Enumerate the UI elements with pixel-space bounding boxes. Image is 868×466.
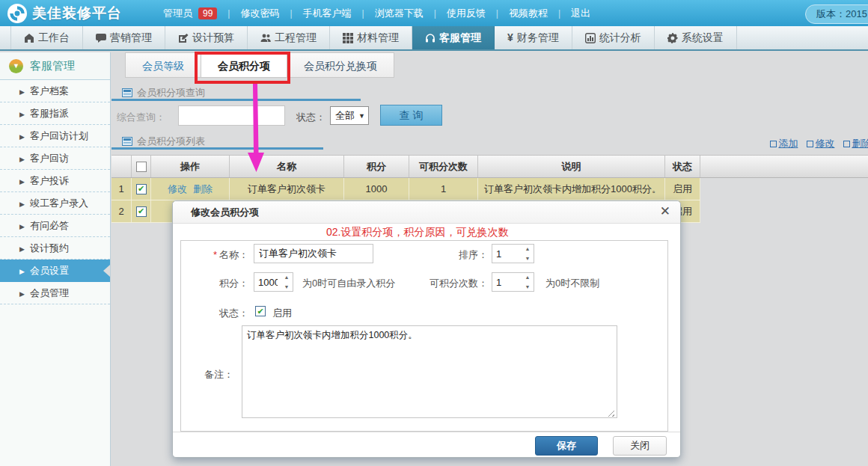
dialog-title: 修改会员积分项 <box>191 206 259 219</box>
chevron-down-circle-icon[interactable]: ▼ <box>9 59 23 73</box>
sidebar-item-completed-entry[interactable]: ▶竣工客户录入 <box>0 192 110 215</box>
dialog-footer: 保存 关闭 <box>173 432 680 457</box>
sidebar-item-service-assign[interactable]: ▶客服指派 <box>0 102 110 125</box>
arrow-up-icon[interactable]: ▲ <box>525 246 531 251</box>
logout-link[interactable]: 退出 <box>571 7 590 20</box>
close-button[interactable]: 关闭 <box>613 436 667 456</box>
tab-member-level[interactable]: 会员等级 <box>125 52 201 78</box>
cell-points: 1000 <box>344 178 409 200</box>
list-section-title: 会员积分项列表 <box>137 135 205 148</box>
annotation-step-note: 02.设置积分项，积分原因，可兑换次数 <box>326 226 508 239</box>
browser-download-link[interactable]: 浏览器下载 <box>375 7 424 20</box>
add-link[interactable]: 添加 <box>770 137 798 150</box>
nav-tab-statistics[interactable]: 统计分析 <box>572 26 655 49</box>
headset-icon <box>425 33 435 43</box>
sidebar: ▼ 客服管理 ▶客户档案 ▶客服指派 ▶客户回访计划 ▶客户回访 ▶客户投诉 ▶… <box>0 52 111 466</box>
delete-icon <box>843 141 850 147</box>
row-modify-link[interactable]: 修改 <box>168 183 187 196</box>
nav-tab-finance[interactable]: ¥ 财务管理 <box>495 26 572 49</box>
header-filler <box>700 156 868 177</box>
remark-textarea[interactable]: 订单客户初次领卡内增加积分1000积分。 <box>242 325 617 418</box>
table-row[interactable]: 1 ✔ 修改删除 订单客户初次领卡 1000 1 订单客户初次领卡内增加积分10… <box>111 178 700 200</box>
points-label: 积分： <box>181 277 248 290</box>
modify-icon <box>807 141 813 147</box>
version-badge: 版本：2015 <box>805 4 868 24</box>
sidebar-item-complaints[interactable]: ▶客户投诉 <box>0 170 110 192</box>
times-label: 可积分次数： <box>421 277 488 290</box>
status-select[interactable]: 全部 ▼ <box>330 106 369 125</box>
sort-field[interactable] <box>492 245 522 263</box>
stepper-arrows[interactable]: ▲▼ <box>522 245 533 263</box>
change-password-link[interactable]: 修改密码 <box>240 7 279 20</box>
arrow-down-icon[interactable]: ▼ <box>525 256 531 261</box>
arrow-down-icon[interactable]: ▼ <box>525 284 531 289</box>
enabled-checkbox-label: 启用 <box>272 307 292 320</box>
arrow-down-icon[interactable]: ▼ <box>284 284 290 289</box>
required-star: * <box>213 249 217 260</box>
yen-icon: ¥ <box>507 26 513 49</box>
mobile-client-link[interactable]: 手机客户端 <box>303 7 352 20</box>
sidebar-item-design-booking[interactable]: ▶设计预约 <box>0 237 110 260</box>
app-window: 美佳装修平台 管理员 99 | 修改密码 | 手机客户端 | 浏览器下载 | 使… <box>0 0 868 466</box>
gear-icon <box>667 33 678 43</box>
stepper-arrows[interactable]: ▲▼ <box>281 273 292 291</box>
feedback-link[interactable]: 使用反馈 <box>447 7 486 20</box>
status-field-label: 状态： <box>181 307 248 320</box>
save-button[interactable]: 保存 <box>535 436 598 456</box>
points-hint: 为0时可自由录入积分 <box>302 277 395 290</box>
delete-link[interactable]: 删除/ <box>843 137 868 150</box>
modify-link[interactable]: 修改 <box>807 137 834 150</box>
tab-points-exchange-item[interactable]: 会员积分兑换项 <box>287 52 394 78</box>
caret-right-icon: ▶ <box>19 268 25 275</box>
panel-icon <box>122 137 132 146</box>
sidebar-item-return-visit[interactable]: ▶客户回访 <box>0 147 110 170</box>
nav-tab-marketing[interactable]: 营销管理 <box>83 26 165 49</box>
arrow-up-icon[interactable]: ▲ <box>525 275 531 280</box>
close-icon[interactable]: ✕ <box>660 205 670 218</box>
nav-tab-design-budget[interactable]: 设计预算 <box>165 26 248 49</box>
sidebar-item-member-management[interactable]: ▶会员管理 <box>0 282 110 304</box>
times-field[interactable] <box>492 273 522 291</box>
app-logo: 美佳装修平台 <box>0 4 122 23</box>
sidebar-item-member-settings[interactable]: ▶会员设置 <box>0 260 110 282</box>
caret-right-icon: ▶ <box>19 290 25 298</box>
sidebar-item-customer-files[interactable]: ▶客户档案 <box>0 80 110 102</box>
nav-tab-workbench[interactable]: 工作台 <box>10 26 83 49</box>
notification-badge[interactable]: 99 <box>198 7 217 19</box>
admin-link[interactable]: 管理员 <box>163 7 192 20</box>
times-hint: 为0时不限制 <box>545 277 599 290</box>
col-points: 积分 <box>344 156 409 177</box>
sidebar-item-qa[interactable]: ▶有问必答 <box>0 215 110 237</box>
select-all-checkbox[interactable] <box>136 162 147 172</box>
enabled-checkbox[interactable]: ✔ <box>255 306 266 316</box>
remark-label: 备注： <box>181 368 233 381</box>
nav-tab-engineering[interactable]: 工程管理 <box>248 26 330 49</box>
dropdown-arrow-icon: ▼ <box>358 112 365 120</box>
search-button[interactable]: 查 询 <box>380 105 442 126</box>
chart-icon <box>585 33 596 43</box>
col-status: 状态 <box>665 156 700 177</box>
stepper-arrows[interactable]: ▲▼ <box>522 273 533 291</box>
row-checkbox[interactable]: ✔ <box>136 206 147 217</box>
sort-stepper: ▲▼ <box>492 244 534 263</box>
nav-tab-materials[interactable]: 材料管理 <box>330 26 412 49</box>
points-field[interactable] <box>254 273 281 291</box>
name-label: *名称： <box>181 248 248 262</box>
main-nav: 工作台 营销管理 设计预算 工程管理 材料管理 客服管理 ¥ 财务管理 统计分析 <box>0 26 868 51</box>
list-section-header: 会员积分项列表 <box>122 135 205 148</box>
video-tutorial-link[interactable]: 视频教程 <box>509 7 548 20</box>
row-checkbox[interactable]: ✔ <box>136 184 147 194</box>
caret-right-icon: ▶ <box>19 88 25 96</box>
row-number-header <box>111 156 132 177</box>
arrow-up-icon[interactable]: ▲ <box>284 275 290 280</box>
nav-tab-system-settings[interactable]: 系统设置 <box>655 26 737 49</box>
dialog-form: *名称： 排序： ▲▼ 积分： ▲▼ 为0时可自由录入积分 可积分次数： ▲▼ … <box>180 240 668 432</box>
nav-tab-customer-service[interactable]: 客服管理 <box>412 26 495 49</box>
sidebar-item-return-visit-plan[interactable]: ▶客户回访计划 <box>0 125 110 147</box>
row-delete-link[interactable]: 删除 <box>193 183 213 196</box>
col-actions: 操作 <box>151 156 230 177</box>
times-stepper: ▲▼ <box>492 272 534 292</box>
dialog-header[interactable]: 修改会员积分项 <box>173 201 680 224</box>
name-field[interactable] <box>254 244 373 263</box>
table-action-links: 添加 修改 删除/ <box>770 137 868 150</box>
